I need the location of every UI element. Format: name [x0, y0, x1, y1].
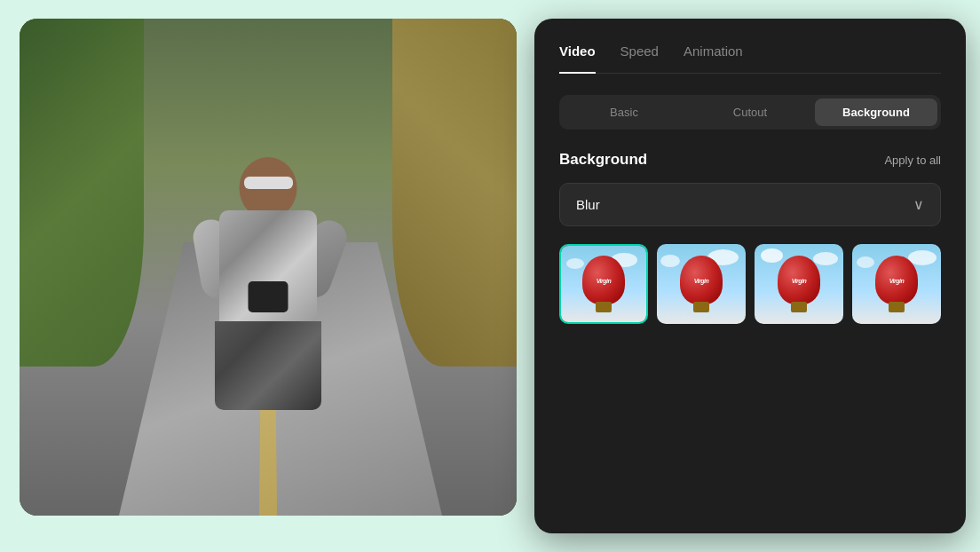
virgin-logo-2: Virgin — [694, 277, 709, 283]
balloon-body-1: Virgin — [582, 256, 625, 304]
balloon-basket-3 — [791, 302, 807, 312]
balloon-basket-4 — [889, 302, 905, 312]
blur-dropdown[interactable]: Blur ∨ — [559, 183, 941, 226]
person-figure — [188, 157, 348, 441]
apply-all-button[interactable]: Apply to all — [884, 154, 941, 167]
main-tabs: Video Speed Animation — [559, 43, 941, 74]
sub-tab-cutout[interactable]: Cutout — [689, 99, 811, 126]
virgin-logo-4: Virgin — [889, 277, 905, 283]
balloon-wrapper-1: Virgin — [582, 256, 625, 312]
balloon-body-3: Virgin — [778, 256, 820, 304]
scene-background — [20, 19, 517, 516]
tab-video[interactable]: Video — [559, 43, 596, 62]
photo-panel — [20, 19, 517, 516]
balloon-wrapper-3: Virgin — [778, 256, 820, 312]
section-header: Background Apply to all — [559, 151, 941, 169]
balloon-scene-1: Virgin — [561, 246, 646, 322]
section-title: Background — [559, 151, 647, 169]
chevron-down-icon: ∨ — [913, 196, 924, 213]
person-pants — [215, 321, 321, 410]
balloon-body-2: Virgin — [680, 256, 723, 304]
app-container: Video Speed Animation Basic Cutout Backg… — [20, 19, 960, 533]
balloon-wrapper-2: Virgin — [680, 256, 723, 312]
tab-animation[interactable]: Animation — [684, 43, 743, 62]
dropdown-label: Blur — [576, 197, 600, 212]
balloon-scene-4: Virgin — [852, 244, 941, 324]
foliage-right — [392, 19, 517, 367]
thumbnail-3[interactable]: Virgin — [755, 244, 843, 324]
balloon-basket-2 — [693, 302, 709, 312]
thumbnail-1[interactable]: Virgin — [559, 244, 648, 324]
balloon-scene-3: Virgin — [755, 244, 843, 324]
balloon-scene-2: Virgin — [657, 244, 746, 324]
sub-tab-basic[interactable]: Basic — [563, 99, 685, 126]
sub-tabs-container: Basic Cutout Background — [559, 95, 941, 130]
thumbnails-container: Virgin Virgin — [559, 244, 941, 324]
thumbnail-4[interactable]: Virgin — [852, 244, 941, 324]
sub-tab-background[interactable]: Background — [815, 99, 937, 126]
balloon-body-4: Virgin — [875, 256, 918, 304]
settings-panel: Video Speed Animation Basic Cutout Backg… — [534, 19, 966, 533]
person-sunglasses — [244, 177, 293, 189]
foliage-left — [20, 19, 144, 367]
tab-speed[interactable]: Speed — [620, 43, 659, 62]
virgin-logo-3: Virgin — [792, 277, 807, 283]
person-camera — [249, 281, 288, 312]
thumbnail-2[interactable]: Virgin — [657, 244, 746, 324]
balloon-basket-1 — [596, 302, 612, 312]
balloon-wrapper-4: Virgin — [875, 256, 918, 312]
virgin-logo-1: Virgin — [597, 277, 612, 283]
